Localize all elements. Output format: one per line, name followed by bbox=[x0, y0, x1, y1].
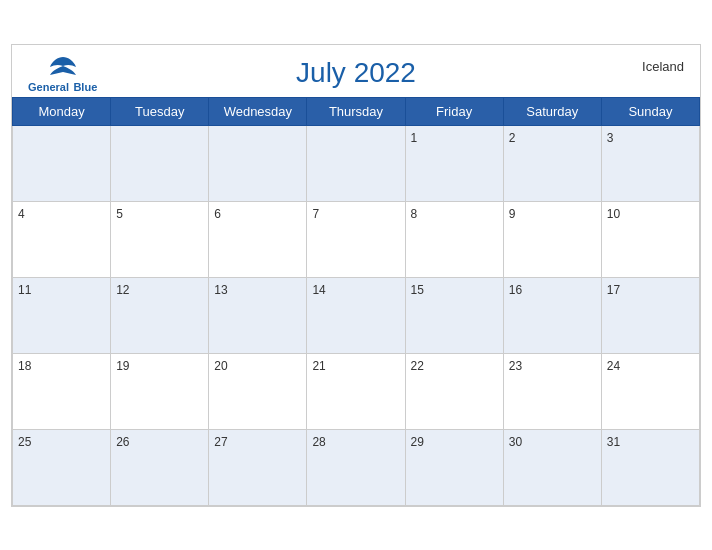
day-number: 25 bbox=[18, 435, 31, 449]
calendar-day-cell: 2 bbox=[503, 125, 601, 201]
calendar-day-cell: 31 bbox=[601, 429, 699, 505]
calendar-day-cell: 10 bbox=[601, 201, 699, 277]
calendar-day-cell: 16 bbox=[503, 277, 601, 353]
calendar-body: 1234567891011121314151617181920212223242… bbox=[13, 125, 700, 505]
day-number: 27 bbox=[214, 435, 227, 449]
calendar-day-cell bbox=[209, 125, 307, 201]
logo-text: General Blue bbox=[28, 77, 97, 95]
day-number: 26 bbox=[116, 435, 129, 449]
calendar-day-cell: 21 bbox=[307, 353, 405, 429]
calendar-day-cell: 19 bbox=[111, 353, 209, 429]
calendar-day-cell: 6 bbox=[209, 201, 307, 277]
day-number: 2 bbox=[509, 131, 516, 145]
calendar-container: General Blue July 2022 Iceland Monday Tu… bbox=[11, 44, 701, 507]
country-label: Iceland bbox=[642, 59, 684, 74]
day-number: 10 bbox=[607, 207, 620, 221]
day-number: 16 bbox=[509, 283, 522, 297]
day-number: 30 bbox=[509, 435, 522, 449]
calendar-day-cell: 3 bbox=[601, 125, 699, 201]
day-number: 21 bbox=[312, 359, 325, 373]
calendar-week-row: 18192021222324 bbox=[13, 353, 700, 429]
calendar-day-cell bbox=[307, 125, 405, 201]
day-number: 15 bbox=[411, 283, 424, 297]
calendar-day-cell: 27 bbox=[209, 429, 307, 505]
day-number: 28 bbox=[312, 435, 325, 449]
weekday-header-row: Monday Tuesday Wednesday Thursday Friday… bbox=[13, 97, 700, 125]
weekday-tuesday: Tuesday bbox=[111, 97, 209, 125]
calendar-day-cell: 15 bbox=[405, 277, 503, 353]
calendar-day-cell: 7 bbox=[307, 201, 405, 277]
weekday-thursday: Thursday bbox=[307, 97, 405, 125]
calendar-day-cell: 17 bbox=[601, 277, 699, 353]
calendar-grid: Monday Tuesday Wednesday Thursday Friday… bbox=[12, 97, 700, 506]
calendar-day-cell: 28 bbox=[307, 429, 405, 505]
calendar-day-cell: 11 bbox=[13, 277, 111, 353]
day-number: 18 bbox=[18, 359, 31, 373]
day-number: 6 bbox=[214, 207, 221, 221]
calendar-day-cell: 8 bbox=[405, 201, 503, 277]
calendar-day-cell: 14 bbox=[307, 277, 405, 353]
day-number: 13 bbox=[214, 283, 227, 297]
calendar-day-cell: 13 bbox=[209, 277, 307, 353]
weekday-saturday: Saturday bbox=[503, 97, 601, 125]
calendar-day-cell: 4 bbox=[13, 201, 111, 277]
calendar-day-cell: 25 bbox=[13, 429, 111, 505]
calendar-day-cell: 9 bbox=[503, 201, 601, 277]
calendar-day-cell bbox=[111, 125, 209, 201]
calendar-day-cell: 18 bbox=[13, 353, 111, 429]
day-number: 29 bbox=[411, 435, 424, 449]
calendar-day-cell: 29 bbox=[405, 429, 503, 505]
calendar-header: General Blue July 2022 Iceland bbox=[12, 45, 700, 97]
day-number: 7 bbox=[312, 207, 319, 221]
weekday-monday: Monday bbox=[13, 97, 111, 125]
day-number: 11 bbox=[18, 283, 31, 297]
day-number: 20 bbox=[214, 359, 227, 373]
calendar-day-cell: 5 bbox=[111, 201, 209, 277]
calendar-day-cell: 30 bbox=[503, 429, 601, 505]
calendar-week-row: 11121314151617 bbox=[13, 277, 700, 353]
day-number: 12 bbox=[116, 283, 129, 297]
calendar-day-cell: 26 bbox=[111, 429, 209, 505]
calendar-day-cell: 20 bbox=[209, 353, 307, 429]
calendar-day-cell bbox=[13, 125, 111, 201]
day-number: 8 bbox=[411, 207, 418, 221]
calendar-week-row: 25262728293031 bbox=[13, 429, 700, 505]
day-number: 19 bbox=[116, 359, 129, 373]
day-number: 5 bbox=[116, 207, 123, 221]
day-number: 23 bbox=[509, 359, 522, 373]
day-number: 4 bbox=[18, 207, 25, 221]
weekday-sunday: Sunday bbox=[601, 97, 699, 125]
logo: General Blue bbox=[28, 55, 97, 95]
day-number: 3 bbox=[607, 131, 614, 145]
day-number: 22 bbox=[411, 359, 424, 373]
logo-icon bbox=[48, 55, 78, 77]
calendar-day-cell: 1 bbox=[405, 125, 503, 201]
calendar-title: July 2022 bbox=[296, 57, 416, 89]
calendar-day-cell: 24 bbox=[601, 353, 699, 429]
calendar-day-cell: 23 bbox=[503, 353, 601, 429]
day-number: 14 bbox=[312, 283, 325, 297]
calendar-week-row: 45678910 bbox=[13, 201, 700, 277]
weekday-friday: Friday bbox=[405, 97, 503, 125]
day-number: 24 bbox=[607, 359, 620, 373]
calendar-day-cell: 22 bbox=[405, 353, 503, 429]
day-number: 17 bbox=[607, 283, 620, 297]
day-number: 9 bbox=[509, 207, 516, 221]
calendar-week-row: 123 bbox=[13, 125, 700, 201]
calendar-day-cell: 12 bbox=[111, 277, 209, 353]
day-number: 31 bbox=[607, 435, 620, 449]
day-number: 1 bbox=[411, 131, 418, 145]
weekday-wednesday: Wednesday bbox=[209, 97, 307, 125]
